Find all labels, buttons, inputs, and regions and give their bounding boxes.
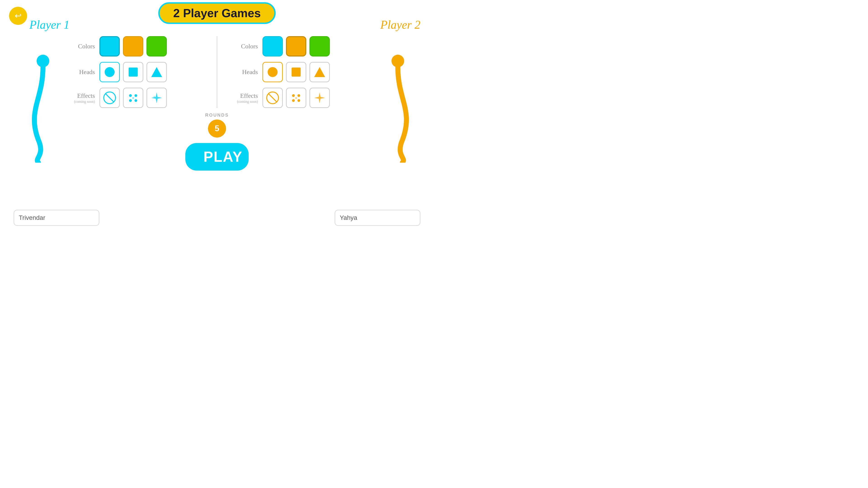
- triangle-head-icon-p2: [313, 65, 327, 79]
- svg-line-6: [105, 94, 114, 102]
- player1-head-triangle[interactable]: [147, 62, 167, 82]
- svg-marker-16: [314, 67, 325, 77]
- player2-name-input[interactable]: [335, 210, 421, 226]
- player1-heads-label: Heads: [68, 68, 95, 76]
- main-content: Colors Heads: [59, 36, 375, 170]
- player2-colors-label: Colors: [231, 43, 258, 50]
- player1-label: Player 1: [29, 18, 70, 31]
- rounds-section: ROUNDS 5 PLAY: [185, 112, 249, 170]
- player2-effect-sparkle[interactable]: [309, 88, 330, 108]
- player1-heads-row: Heads: [68, 62, 203, 82]
- player2-effect-dots[interactable]: [286, 88, 306, 108]
- player2-head-options: [262, 62, 330, 82]
- sparkle-effect-icon: [149, 91, 164, 105]
- svg-marker-4: [151, 67, 162, 77]
- player2-effect-none[interactable]: [262, 88, 283, 108]
- svg-point-19: [292, 94, 295, 97]
- player2-color-orange[interactable]: [286, 36, 306, 57]
- rounds-value: 5: [215, 124, 219, 133]
- no-effect-icon: [102, 91, 117, 105]
- player1-color-orange[interactable]: [123, 36, 143, 57]
- player1-name-input[interactable]: [13, 210, 99, 226]
- player1-effect-dots[interactable]: [123, 88, 143, 108]
- player2-effects-label: Effects (coming soon): [231, 92, 258, 104]
- no-effect-icon-p2: [266, 91, 280, 105]
- svg-line-18: [269, 94, 277, 102]
- circle-head-icon: [103, 65, 116, 79]
- player2-color-blue[interactable]: [262, 36, 283, 57]
- header-title: 2 Player Games: [173, 6, 260, 20]
- square-head-icon: [126, 65, 140, 79]
- player2-effects-row: Effects (coming soon): [231, 88, 366, 108]
- player2-head-circle[interactable]: [262, 62, 283, 82]
- svg-point-8: [134, 94, 137, 97]
- sparkle-effect-icon-p2: [312, 91, 327, 105]
- player1-color-blue[interactable]: [99, 36, 120, 57]
- player1-effect-sparkle[interactable]: [147, 88, 167, 108]
- svg-point-14: [268, 67, 278, 77]
- svg-point-21: [292, 99, 295, 102]
- player1-effect-options: [99, 88, 167, 108]
- players-grid: Colors Heads: [59, 36, 375, 108]
- svg-point-7: [129, 94, 132, 97]
- player2-colors-row: Colors: [231, 36, 366, 57]
- rounds-label: ROUNDS: [205, 112, 229, 118]
- dots-effect-icon: [126, 91, 141, 105]
- player1-color-green[interactable]: [147, 36, 167, 57]
- svg-marker-12: [151, 92, 162, 103]
- player2-color-options: [262, 36, 330, 57]
- snake-orange-decoration: [384, 54, 421, 163]
- svg-marker-24: [314, 92, 325, 103]
- player1-effect-none[interactable]: [99, 88, 120, 108]
- player1-colors-label: Colors: [68, 43, 95, 50]
- player1-colors-row: Colors: [68, 36, 203, 57]
- svg-point-10: [134, 99, 137, 102]
- svg-point-2: [105, 67, 115, 77]
- circle-head-icon-p2: [266, 65, 279, 79]
- dots-effect-icon-p2: [289, 91, 303, 105]
- player2-label: Player 2: [380, 18, 421, 31]
- snake-blue-decoration: [20, 54, 57, 163]
- svg-point-9: [129, 99, 132, 102]
- player2-head-triangle[interactable]: [309, 62, 330, 82]
- play-button[interactable]: PLAY: [185, 143, 249, 170]
- player2-head-square[interactable]: [286, 62, 306, 82]
- square-head-icon-p2: [289, 65, 303, 79]
- back-button[interactable]: ↩: [9, 7, 27, 25]
- back-arrow-icon: ↩: [15, 11, 22, 21]
- play-label: PLAY: [204, 149, 243, 165]
- player2-heads-row: Heads: [231, 62, 366, 82]
- player2-heads-label: Heads: [231, 68, 258, 76]
- player1-head-options: [99, 62, 167, 82]
- svg-rect-15: [291, 68, 301, 76]
- player1-section: Colors Heads: [59, 36, 217, 108]
- triangle-head-icon: [150, 65, 163, 79]
- player1-effects-label: Effects (coming soon): [68, 92, 95, 104]
- rounds-circle[interactable]: 5: [208, 120, 226, 138]
- header-banner: 2 Player Games: [158, 2, 276, 24]
- player1-color-options: [99, 36, 167, 57]
- player1-head-circle[interactable]: [99, 62, 120, 82]
- svg-rect-3: [129, 68, 138, 76]
- player2-color-green[interactable]: [309, 36, 330, 57]
- svg-point-22: [298, 99, 300, 102]
- svg-point-23: [295, 97, 297, 99]
- svg-point-11: [132, 97, 134, 99]
- player2-effect-options: [262, 88, 330, 108]
- svg-point-20: [298, 94, 300, 97]
- player1-effects-row: Effects (coming soon): [68, 88, 203, 108]
- player2-section: Colors Heads: [217, 36, 375, 108]
- player1-head-square[interactable]: [123, 62, 143, 82]
